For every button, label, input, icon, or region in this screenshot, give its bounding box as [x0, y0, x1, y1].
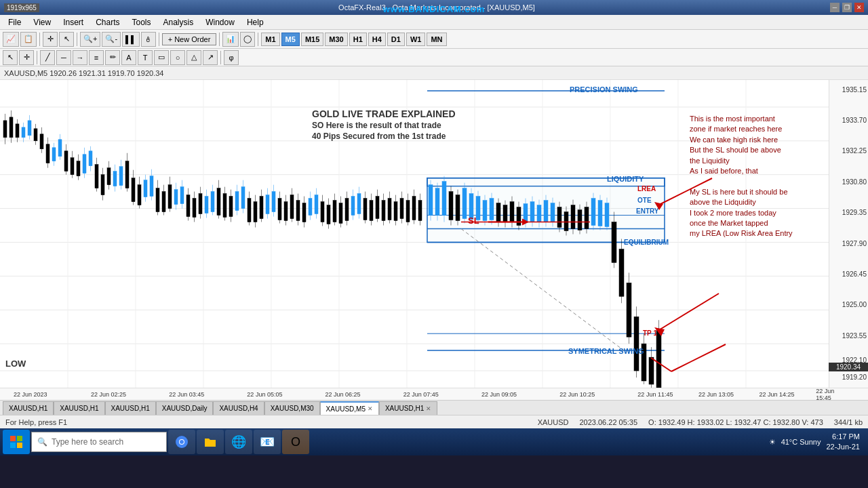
ray-tool[interactable]: → — [73, 50, 87, 65]
tf-mn[interactable]: MN — [427, 33, 446, 46]
tab-close-icon[interactable]: ✕ — [368, 405, 373, 412]
time-axis: 22 Jun 2023 22 Jun 02:25 22 Jun 03:45 22… — [0, 388, 868, 400]
triangle-tool[interactable]: △ — [186, 50, 201, 65]
pen-tool[interactable]: ✏ — [105, 50, 120, 65]
clock-time: 6:17 PM — [826, 432, 860, 442]
new-order-icon: + — [168, 35, 172, 43]
channel-tool[interactable]: ≡ — [89, 50, 104, 65]
tf-h4[interactable]: H4 — [368, 33, 386, 46]
tf-w1[interactable]: W1 — [406, 33, 426, 46]
tf-m30[interactable]: M30 — [325, 33, 347, 46]
ohlcv-info: 2023.06.22 05:35 — [579, 418, 637, 426]
tab-label: XAUUSD,Daily — [162, 405, 208, 412]
text-tool[interactable]: A — [121, 50, 136, 65]
taskbar-file-explorer[interactable] — [197, 430, 224, 454]
crosshair-button[interactable]: ✛ — [43, 32, 58, 47]
ellipse-tool[interactable]: ○ — [170, 50, 185, 65]
separator — [159, 33, 159, 46]
tf-m1[interactable]: M1 — [261, 33, 279, 46]
arrow-button[interactable]: ↖ — [59, 32, 74, 47]
tf-m15[interactable]: M15 — [301, 33, 323, 46]
tab-label: XAUUSD,H1 — [60, 405, 98, 412]
tab-xauusd-h1-2[interactable]: XAUUSD,H1 — [54, 401, 104, 415]
tf-d1[interactable]: D1 — [387, 33, 405, 46]
menu-charts[interactable]: Charts — [90, 16, 125, 28]
fib-tool[interactable]: φ — [224, 50, 239, 65]
new-order-label: New Order — [174, 35, 210, 43]
tab-xauusd-daily[interactable]: XAUUSD,Daily — [156, 401, 214, 415]
price-axis: 1935.15 1933.70 1932.25 1930.80 1929.35 … — [829, 80, 868, 388]
tab-xauusd-h1-1[interactable]: XAUUSD,H1 — [3, 401, 54, 415]
candle-button[interactable]: 🕯 — [141, 32, 156, 47]
clock-date: 22-Jun-21 — [826, 442, 860, 452]
price-1929: 1929.35 — [842, 209, 867, 216]
menu-window[interactable]: Window — [200, 16, 240, 28]
price-1933: 1933.70 — [842, 117, 867, 124]
menu-file[interactable]: File — [3, 16, 26, 28]
template-button[interactable]: 📋 — [20, 32, 37, 47]
taskbar-app3[interactable]: 🌐 — [225, 430, 252, 454]
taskbar-chrome[interactable] — [168, 430, 195, 454]
label-tool[interactable]: T — [138, 50, 153, 65]
taskbar-octa[interactable]: O — [282, 430, 309, 454]
tab-xauusd-h1-4[interactable]: XAUUSD,H1 ✕ — [379, 401, 437, 415]
line-tool[interactable]: ╱ — [40, 50, 55, 65]
bar-chart-button[interactable]: ▌▌ — [122, 32, 140, 47]
hline-tool[interactable]: ─ — [56, 50, 71, 65]
crosshair-tool[interactable]: ✛ — [19, 50, 34, 65]
zoom-in-button[interactable]: 🔍+ — [80, 32, 100, 47]
svg-rect-246 — [10, 443, 16, 448]
tab-xauusd-m5[interactable]: XAUUSD,M5 ✕ — [320, 401, 379, 415]
taskbar-search[interactable]: 🔍 Type here to search — [31, 432, 167, 452]
svg-rect-244 — [10, 436, 16, 441]
menu-analysis[interactable]: Analysis — [158, 16, 199, 28]
close-button[interactable]: ✕ — [854, 3, 864, 12]
taskbar-app4[interactable]: 📧 — [254, 430, 281, 454]
price-1926: 1926.45 — [842, 270, 867, 278]
status-bar: For Help, press F1 XAUUSD 2023.06.22 05:… — [0, 415, 868, 428]
tf-m5[interactable]: M5 — [281, 33, 300, 46]
start-button[interactable] — [3, 430, 30, 454]
zoom-out-button[interactable]: 🔍- — [102, 32, 121, 47]
restore-button[interactable]: ❐ — [842, 3, 852, 12]
indicators-button[interactable]: 📊 — [222, 32, 239, 47]
price-1927: 1927.90 — [842, 239, 867, 247]
price-1930: 1930.80 — [842, 178, 867, 185]
menu-help[interactable]: Help — [241, 16, 269, 28]
window-size-label: 1919x965 — [4, 3, 39, 12]
current-price-badge: 1920.34 — [829, 363, 868, 371]
price-1923: 1923.55 — [842, 331, 867, 339]
menu-insert[interactable]: Insert — [58, 16, 89, 28]
rect-tool[interactable]: ▭ — [154, 50, 169, 65]
window-title: OctaFX-Real3 - Octa Markets Incorporated… — [43, 3, 830, 12]
symbol-label: XAUUSD — [538, 418, 569, 426]
tab-xauusd-h1-3[interactable]: XAUUSD,H1 — [105, 401, 156, 415]
svg-rect-245 — [17, 436, 22, 441]
new-order-button[interactable]: + New Order — [162, 33, 217, 45]
price-1935: 1935.15 — [842, 85, 867, 93]
time-0: 22 Jun 2023 — [14, 391, 47, 398]
arrow-draw-tool[interactable]: ↗ — [203, 50, 218, 65]
tab-label: XAUUSD,H1 — [385, 405, 424, 412]
new-chart-button[interactable]: 📈 — [3, 32, 19, 47]
objects-button[interactable]: ◯ — [240, 32, 255, 47]
cursor-tool[interactable]: ↖ — [3, 50, 18, 65]
tab-close-icon[interactable]: ✕ — [426, 405, 431, 412]
tab-xauusd-h4[interactable]: XAUUSD,H4 — [213, 401, 264, 415]
chart-main[interactable]: PRECISION SWING GOLD LIVE TRADE EXPLAINE… — [0, 80, 868, 388]
price-1925: 1925.00 — [842, 301, 867, 308]
menu-view[interactable]: View — [28, 16, 56, 28]
minimize-button[interactable]: ─ — [830, 3, 840, 12]
menu-tools[interactable]: Tools — [127, 16, 157, 28]
tab-label: XAUUSD,H1 — [111, 405, 150, 412]
time-6: 22 Jun 09:05 — [481, 391, 517, 398]
tf-h1[interactable]: H1 — [349, 33, 367, 46]
tab-xauusd-m30[interactable]: XAUUSD,M30 — [264, 401, 320, 415]
window-controls: ─ ❐ ✕ — [830, 3, 864, 12]
folder-icon — [203, 435, 217, 449]
time-11: 22 Jun 15:45 — [816, 388, 850, 401]
candlestick-chart — [0, 80, 829, 388]
time-2: 22 Jun 03:45 — [169, 391, 204, 398]
search-icon: 🔍 — [37, 437, 47, 447]
time-3: 22 Jun 05:05 — [247, 391, 282, 398]
